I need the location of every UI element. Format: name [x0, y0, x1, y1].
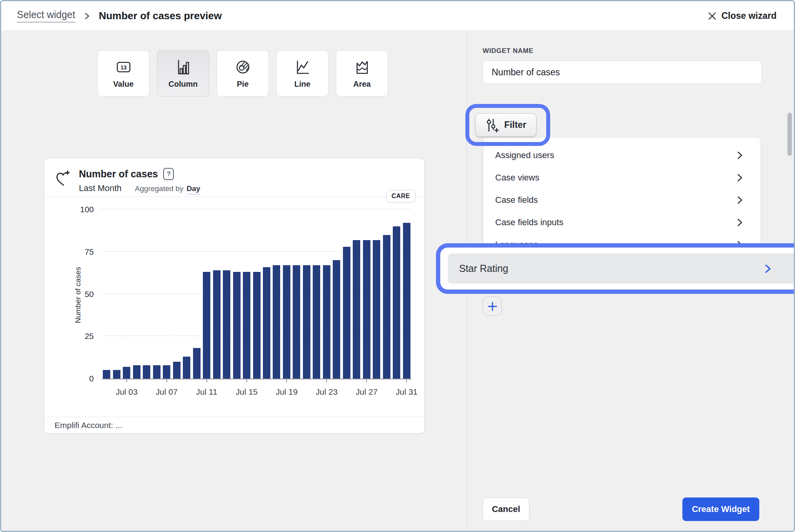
bar-slot-jul-14 [232, 210, 241, 379]
close-wizard-button[interactable]: Close wizard [708, 11, 777, 21]
chart-type-label: Pie [237, 80, 248, 89]
column-chart-icon [174, 58, 192, 76]
filter-category-star-rating[interactable]: Star Rating [448, 253, 795, 284]
filter-category-assigned-users[interactable]: Assigned users [483, 144, 760, 166]
filter-highlight-ring: Filter [465, 104, 550, 146]
chart-type-value-button[interactable]: 13 Value [97, 50, 150, 97]
x-tick-label: Jul 23 [315, 387, 337, 397]
chart-type-line-button[interactable]: Line [276, 50, 328, 97]
create-widget-button[interactable]: Create Widget [682, 497, 759, 521]
filter-category-case-fields[interactable]: Case fields [483, 189, 760, 211]
widget-preview-card: Number of cases ? Last Month Aggregated … [44, 159, 424, 433]
chart-type-label: Area [353, 80, 370, 89]
bar-slot-jul-15 [242, 210, 252, 379]
chart-type-pie-button[interactable]: Pie [217, 50, 269, 97]
breadcrumb-chevron-icon [84, 11, 90, 21]
bar [343, 247, 350, 379]
bar-slot-jul-03 [122, 210, 131, 379]
bar [363, 240, 370, 379]
bar-slot-jul-25 [342, 210, 352, 379]
bar [303, 265, 310, 379]
bar [253, 272, 261, 379]
x-tick [246, 379, 247, 382]
bar [233, 272, 241, 379]
bar [403, 223, 410, 379]
bar-slot-jul-01 [102, 210, 111, 379]
plus-icon [487, 301, 498, 312]
bar [373, 240, 380, 379]
y-tick-label: 0 [61, 374, 94, 383]
x-tick [126, 379, 127, 382]
bar-slot-jul-31 [402, 210, 412, 379]
help-icon[interactable]: ? [163, 168, 174, 180]
bar-slot-jul-02 [111, 210, 121, 379]
x-tick [166, 379, 167, 382]
breadcrumb-select-widget[interactable]: Select widget [17, 9, 75, 23]
bar-slot-jul-09 [182, 210, 191, 379]
add-filter-button[interactable] [483, 297, 502, 316]
preview-chart-title: Number of cases [79, 168, 158, 180]
bar [113, 370, 120, 379]
filter-category-list: Assigned usersCase viewsCase fieldsCase … [483, 138, 760, 256]
bar [333, 260, 340, 379]
bar [133, 365, 140, 379]
aggregation-value[interactable]: Day [186, 184, 200, 195]
preview-card-header: Number of cases ? Last Month Aggregated … [44, 159, 424, 197]
bar [123, 367, 130, 379]
x-tick-label: Jul 11 [196, 387, 217, 397]
chevron-right-icon [737, 217, 743, 228]
chart-type-label: Value [113, 80, 133, 89]
filter-category-label: Case fields inputs [495, 217, 563, 228]
bar [293, 265, 300, 379]
bar [243, 272, 250, 379]
bar [203, 272, 210, 379]
y-tick-label: 75 [61, 247, 94, 257]
filter-category-case-views[interactable]: Case views [483, 166, 760, 189]
page-title: Number of cases preview [99, 10, 222, 22]
bar [313, 265, 320, 379]
x-tick [406, 379, 407, 382]
dropdown-scrollbar[interactable] [788, 113, 792, 156]
bar-slot-jul-06 [151, 210, 161, 379]
area-chart-icon [353, 58, 371, 76]
pie-chart-icon [234, 58, 252, 76]
star-rating-label: Star Rating [459, 263, 508, 274]
bar [143, 365, 150, 379]
filter-button[interactable]: Filter [475, 113, 536, 137]
bar-slot-jul-28 [372, 210, 381, 379]
bar-slot-jul-04 [131, 210, 141, 379]
bars-container [102, 210, 412, 379]
bar-slot-jul-19 [282, 210, 292, 379]
preview-period: Last Month [79, 183, 122, 193]
bar [263, 267, 270, 379]
chart-type-area-button[interactable]: Area [336, 50, 388, 97]
x-tick [206, 379, 207, 382]
x-tick-label: Jul 07 [156, 387, 178, 397]
x-tick-label: Jul 27 [356, 387, 377, 397]
x-axis-line [102, 379, 412, 379]
bar [393, 226, 400, 379]
bar-slot-jul-16 [252, 210, 261, 379]
y-tick-label: 100 [61, 205, 94, 214]
chart-type-column-button[interactable]: Column [157, 50, 209, 97]
panel-actions: Cancel Create Widget [483, 497, 759, 521]
chevron-right-icon [737, 195, 743, 205]
widget-name-input[interactable] [483, 60, 762, 84]
close-wizard-label: Close wizard [721, 11, 777, 21]
bar-slot-jul-26 [352, 210, 361, 379]
chart-type-selector: 13 Value Column Pie [97, 50, 388, 97]
filter-category-case-fields-inputs[interactable]: Case fields inputs [483, 211, 760, 233]
bar [183, 357, 190, 379]
star-rating-highlight-ring: Star Rating [436, 243, 795, 294]
bar [153, 365, 160, 379]
bar-slot-jul-12 [212, 210, 221, 379]
value-icon: 13 [115, 58, 133, 76]
svg-text:13: 13 [120, 64, 127, 71]
bar-slot-jul-11 [202, 210, 212, 379]
widget-name-label: WIDGET NAME [483, 47, 533, 55]
bar-slot-jul-10 [191, 210, 201, 379]
chart-type-label: Column [168, 80, 197, 89]
cancel-button[interactable]: Cancel [483, 497, 529, 521]
filter-sliders-icon [485, 117, 500, 133]
bar-slot-jul-30 [392, 210, 401, 379]
